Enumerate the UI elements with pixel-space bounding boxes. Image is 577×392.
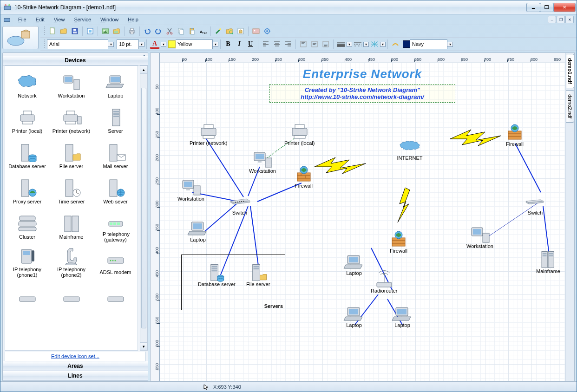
font-name-dropdown[interactable]: ▾ <box>108 42 114 47</box>
menu-service[interactable]: ServiceService <box>69 16 96 23</box>
menu-help[interactable]: HelpHelp <box>123 16 143 23</box>
mdi-minimize-button[interactable]: – <box>548 16 556 23</box>
node-laptop1[interactable]: Laptop <box>187 218 209 242</box>
node-workstation1[interactable]: Workstation <box>249 150 276 174</box>
device-item[interactable]: Time server <box>49 174 93 209</box>
fill-color-dropdown[interactable]: ▾ <box>213 42 218 47</box>
node-workstation2[interactable]: Workstation <box>177 177 204 202</box>
image-button[interactable] <box>101 26 110 36</box>
align-right-button[interactable] <box>283 39 293 49</box>
device-item[interactable]: Printer (local) <box>5 103 49 138</box>
bold-button[interactable]: B <box>223 39 233 49</box>
toolbar-grip[interactable] <box>42 39 45 49</box>
redo-button[interactable] <box>154 26 163 36</box>
node-switch[interactable]: Switch <box>229 191 251 216</box>
device-item[interactable] <box>49 280 93 315</box>
node-firewall2[interactable]: Firewall <box>387 229 410 254</box>
device-item[interactable]: Proxy server <box>5 174 49 209</box>
line-dash-button[interactable] <box>353 39 362 49</box>
menu-view[interactable]: ViewView <box>49 16 70 23</box>
sidebar-header-areas[interactable]: Areas <box>3 361 148 371</box>
diagram-subtitle[interactable]: Created by "10-Strike Network Diagram" h… <box>269 84 455 103</box>
mdi-restore-button[interactable]: ❐ <box>557 16 565 23</box>
node-switch2[interactable]: Switch <box>524 191 546 216</box>
italic-button[interactable]: I <box>235 39 244 49</box>
device-item[interactable] <box>93 280 138 315</box>
device-item[interactable] <box>5 280 49 315</box>
node-firewall1[interactable]: Firewall <box>293 164 315 189</box>
node-laptop3[interactable]: Laptop <box>343 304 365 328</box>
fill-color-combo[interactable] <box>176 39 213 49</box>
diagram-canvas[interactable]: Enterprise Network Created by "10-Strike… <box>160 62 565 381</box>
scroll-thumb[interactable] <box>141 88 146 328</box>
device-item[interactable]: Cluster <box>5 209 49 244</box>
scroll-up-button[interactable]: ▴ <box>140 66 147 74</box>
node-firewall3[interactable]: Firewall <box>504 123 526 147</box>
node-database-server[interactable]: Database server <box>198 263 236 287</box>
device-item[interactable]: IP telephony (phone1) <box>5 244 49 280</box>
line-pattern-dropdown[interactable]: ▾ <box>380 42 386 47</box>
align-left-button[interactable] <box>261 39 270 49</box>
toolbar-grip[interactable] <box>42 26 45 36</box>
font-color-dropdown[interactable]: ▾ <box>161 42 166 47</box>
sidebar-header-lines[interactable]: Lines <box>3 371 148 381</box>
lock-button[interactable] <box>236 26 245 36</box>
paste-button[interactable] <box>187 26 197 36</box>
font-name-combo[interactable] <box>47 39 108 49</box>
line-style-button[interactable] <box>336 39 346 49</box>
device-item[interactable]: IP telephony (phone2) <box>49 244 93 280</box>
window-close-button[interactable]: ✕ <box>553 3 576 12</box>
device-item[interactable]: File server <box>49 138 93 174</box>
cut-button[interactable] <box>165 26 174 36</box>
font-color-button[interactable]: A <box>150 39 160 49</box>
open-button[interactable] <box>59 26 68 36</box>
line-style-dropdown[interactable]: ▾ <box>347 42 352 47</box>
valign-bottom-button[interactable] <box>321 39 330 49</box>
sidebar-scrollbar[interactable]: ▴ ▾ <box>140 65 148 351</box>
line-color-dropdown[interactable]: ▾ <box>447 42 453 47</box>
device-item[interactable]: Server <box>93 103 138 138</box>
device-item[interactable]: Network <box>5 68 49 103</box>
sidebar-header-devices[interactable]: Devices <box>3 56 148 65</box>
node-printer-local[interactable]: Printer (local) <box>284 122 315 146</box>
image-folder-button[interactable] <box>112 26 121 36</box>
file-tab-demo1[interactable]: demo1.ndf <box>566 54 574 88</box>
browse-button[interactable] <box>225 26 234 36</box>
font-size-dropdown[interactable]: ▾ <box>139 42 144 47</box>
line-pattern-button[interactable] <box>370 39 379 49</box>
device-item[interactable]: Mainframe <box>49 209 93 244</box>
connector-button[interactable] <box>391 39 400 49</box>
device-item[interactable]: ADSL modem <box>93 244 138 280</box>
menu-window[interactable]: WindowWindow <box>96 16 123 23</box>
copy-button[interactable] <box>176 26 185 36</box>
node-internet[interactable]: INTERNET <box>377 137 442 161</box>
device-item[interactable]: Mail server <box>93 138 138 174</box>
text-button[interactable]: ATEXT <box>198 26 208 36</box>
node-laptop4[interactable]: Laptop <box>391 304 413 328</box>
menu-file[interactable]: FFileile <box>13 16 31 23</box>
line-dash-dropdown[interactable]: ▾ <box>363 42 369 47</box>
new-button[interactable] <box>48 26 57 36</box>
undo-button[interactable] <box>143 26 152 36</box>
valign-top-button[interactable] <box>299 39 308 49</box>
line-color-combo[interactable] <box>410 39 447 49</box>
tool-main-icon[interactable] <box>2 26 39 49</box>
picture-button[interactable] <box>251 26 261 36</box>
valign-middle-button[interactable] <box>310 39 319 49</box>
settings-button[interactable] <box>262 26 272 36</box>
node-mainframe[interactable]: Mainframe <box>536 250 560 274</box>
print-button[interactable] <box>127 26 137 36</box>
edit-icon-set-link[interactable]: Edit device icon set... <box>5 352 146 361</box>
menu-edit[interactable]: EditEdit <box>31 16 49 23</box>
font-size-combo[interactable] <box>117 39 139 49</box>
device-item[interactable]: Printer (network) <box>49 103 93 138</box>
align-center-button[interactable] <box>272 39 282 49</box>
device-item[interactable]: IP telephony (gateway) <box>93 209 138 244</box>
node-laptop2[interactable]: Laptop <box>343 252 365 276</box>
node-radiorouter[interactable]: Radiorouter <box>371 269 397 294</box>
node-printer-network[interactable]: Printer (network) <box>190 122 227 146</box>
mdi-close-button[interactable]: ✕ <box>565 16 574 23</box>
device-item[interactable]: Workstation <box>49 68 93 103</box>
underline-button[interactable]: U <box>246 39 255 49</box>
device-item[interactable]: Web sever <box>93 174 138 209</box>
